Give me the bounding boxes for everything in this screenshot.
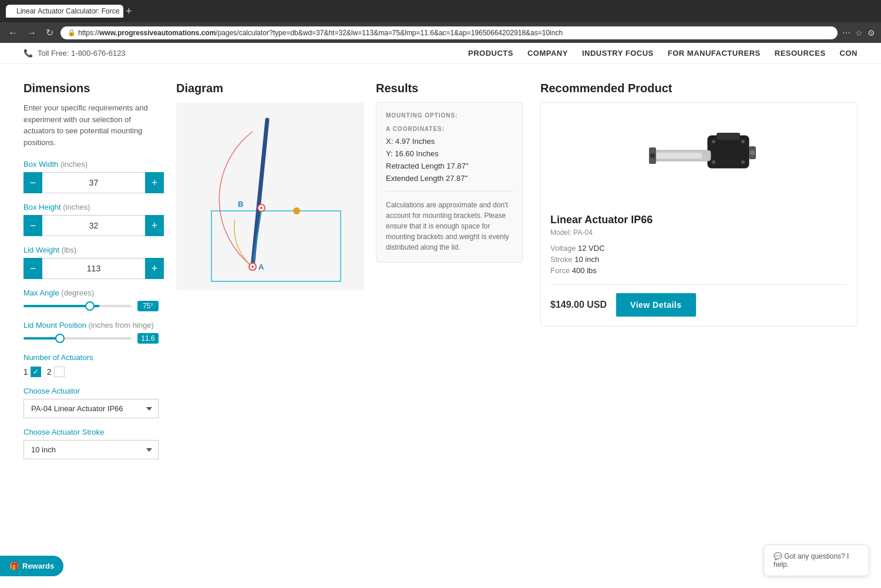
voltage-label: Voltage [550,244,576,253]
actuator-dropdown[interactable]: PA-04 Linear Actuator IP66 [23,399,159,418]
box-width-input-row: − + [23,172,159,193]
box-height-input-row: − + [23,215,159,236]
svg-point-20 [712,160,715,164]
box-width-minus-button[interactable]: − [23,172,42,193]
a-coordinates-label: A COORDINATES: [386,126,513,132]
url-path: /pages/calculator?type=db&wd=37&ht=32&lw… [216,29,563,37]
choose-stroke-group: Choose Actuator Stroke 10 inch [23,428,159,459]
lid-weight-field: Lid Weight (lbs) − + [23,246,159,279]
actuators-checkbox-row: 1 ✓ 2 [23,367,159,377]
voltage-value: 12 VDC [578,244,605,253]
checkbox-2-unchecked[interactable] [54,367,65,377]
svg-text:A: A [258,263,264,271]
lid-mount-slider[interactable] [23,337,132,340]
phone-number: Toll Free: 1-800-676-6123 [38,49,126,58]
box-width-field: Box Width (inches) − + [23,160,159,193]
y-value: 16.60 Inches [395,149,438,158]
nav-industry-focus[interactable]: INDUSTRY FOCUS [582,49,654,58]
x-value: 4.97 Inches [395,137,435,146]
favorites-icon[interactable]: ☆ [855,28,863,38]
spec-force: Force 400 lbs [550,266,848,275]
svg-point-19 [741,140,745,143]
nav-resources[interactable]: RESOURCES [775,49,826,58]
y-coordinate-row: Y: 16.60 Inches [386,149,513,158]
retracted-label: Retracted Length [386,162,445,170]
lid-weight-label: Lid Weight (lbs) [23,246,159,254]
nav-con[interactable]: CON [840,49,858,58]
nav-company[interactable]: COMPANY [527,49,568,58]
product-image [640,124,758,200]
product-section-title: Recommended Product [540,82,858,95]
svg-rect-13 [655,153,702,159]
tab-title: Linear Actuator Calculator: Force [16,7,119,15]
max-angle-label: Max Angle (degrees) [23,288,159,297]
results-panel: Results MOUNTING OPTIONS: A COORDINATES:… [376,82,540,469]
dimensions-panel: Dimensions Enter your specific requireme… [23,82,176,469]
lid-weight-input[interactable] [42,258,145,279]
retracted-value: 17.87" [446,162,468,170]
settings-icon[interactable]: ⚙ [867,28,875,38]
results-note: Calculations are approximate and don't a… [386,191,513,253]
max-angle-field: Max Angle (degrees) 75° [23,288,159,311]
dimensions-description: Enter your specific requirements and exp… [23,102,159,148]
box-height-plus-button[interactable]: + [145,215,164,236]
box-width-input[interactable] [42,172,145,193]
spec-voltage: Voltage 12 VDC [550,244,848,253]
product-panel: Recommended Product [540,82,858,469]
lid-weight-plus-button[interactable]: + [145,258,164,279]
svg-line-1 [253,120,267,267]
diagram-title: Diagram [176,82,358,95]
lid-weight-minus-button[interactable]: − [23,258,42,279]
box-height-input[interactable] [42,215,145,236]
diagram-panel: Diagram A B [176,82,376,469]
url-domain: www.progressiveautomations.com [99,29,216,37]
choose-actuator-group: Choose Actuator PA-04 Linear Actuator IP… [23,387,159,418]
stroke-dropdown[interactable]: 10 inch [23,440,159,459]
product-price: $149.00 USD [550,300,607,310]
num-2-label: 2 [47,367,52,377]
x-label: X: [386,137,393,146]
product-footer: $149.00 USD View Details [550,284,848,317]
mounting-options-label: MOUNTING OPTIONS: [386,112,513,119]
nav-products[interactable]: PRODUCTS [468,49,513,58]
box-width-plus-button[interactable]: + [145,172,164,193]
address-bar[interactable]: 🔒 https://www.progressiveautomations.com… [60,26,838,39]
forward-button[interactable]: → [25,26,39,39]
box-height-label: Box Height (inches) [23,203,159,211]
extended-value: 27.87" [446,174,468,183]
checkbox-1-checked[interactable]: ✓ [31,367,41,377]
browser-tabs: Linear Actuator Calculator: Force ✕ + [6,5,875,18]
svg-text:B: B [238,200,243,209]
nav-for-manufacturers[interactable]: FOR MANUFACTURERS [668,49,761,58]
extensions-icon[interactable]: ⋯ [842,28,850,38]
browser-tab-active[interactable]: Linear Actuator Calculator: Force ✕ [6,5,123,18]
reload-button[interactable]: ↻ [43,26,56,39]
max-angle-value: 75° [137,301,159,311]
main-content: Dimensions Enter your specific requireme… [0,64,881,486]
spec-stroke: Stroke 10 inch [550,255,848,264]
back-button[interactable]: ← [6,26,20,39]
box-width-label: Box Width (inches) [23,160,159,169]
view-details-button[interactable]: View Details [616,293,695,317]
svg-rect-11 [717,133,740,140]
force-value: 400 lbs [572,266,597,275]
stroke-label: Stroke [550,255,573,264]
actuator-count-1[interactable]: 1 ✓ [23,367,41,377]
svg-point-7 [260,207,263,209]
phone-icon: 📞 [23,49,33,58]
lid-mount-label: Lid Mount Position (inches from hinge) [23,321,159,330]
new-tab-button[interactable]: + [126,5,132,18]
site-header: 📞 Toll Free: 1-800-676-6123 PRODUCTS COM… [0,43,881,64]
url-display: https://www.progressiveautomations.com/p… [78,29,563,37]
box-height-minus-button[interactable]: − [23,215,42,236]
retracted-length-row: Retracted Length 17.87" [386,162,513,170]
svg-point-18 [712,140,715,143]
phone-area: 📞 Toll Free: 1-800-676-6123 [23,49,126,58]
diagram-box: A B [176,102,364,290]
max-angle-slider[interactable] [23,305,132,307]
svg-point-9 [293,207,300,214]
lid-weight-input-row: − + [23,258,159,279]
actuator-count-2[interactable]: 2 [47,367,65,377]
browser-chrome: Linear Actuator Calculator: Force ✕ + [0,0,881,22]
product-card: Linear Actuator IP66 Model: PA-04 Voltag… [540,102,858,327]
